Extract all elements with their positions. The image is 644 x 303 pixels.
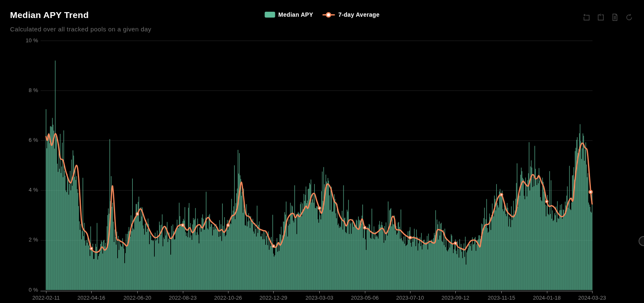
data-zoom-icon[interactable] [582,13,590,21]
legend-item-median-apy[interactable]: Median APY [264,11,313,18]
toolbox [582,13,633,21]
page-title: Median APY Trend [10,10,89,20]
chart-panel: Median APY Trend Calculated over all tra… [0,0,644,303]
line-series-swatch [322,12,335,18]
restore-icon[interactable] [597,13,605,21]
page-subtitle: Calculated over all tracked pools on a g… [10,26,151,33]
apy-chart-canvas[interactable] [0,0,644,303]
data-view-icon[interactable] [611,13,619,21]
legend-label-median-apy: Median APY [278,11,313,18]
refresh-icon[interactable] [625,13,633,21]
bar-series-swatch [264,12,275,18]
legend-item-7day-average[interactable]: 7-day Average [322,11,380,18]
legend-label-7day-average: 7-day Average [338,11,380,18]
legend: Median APY 7-day Average [264,11,380,18]
